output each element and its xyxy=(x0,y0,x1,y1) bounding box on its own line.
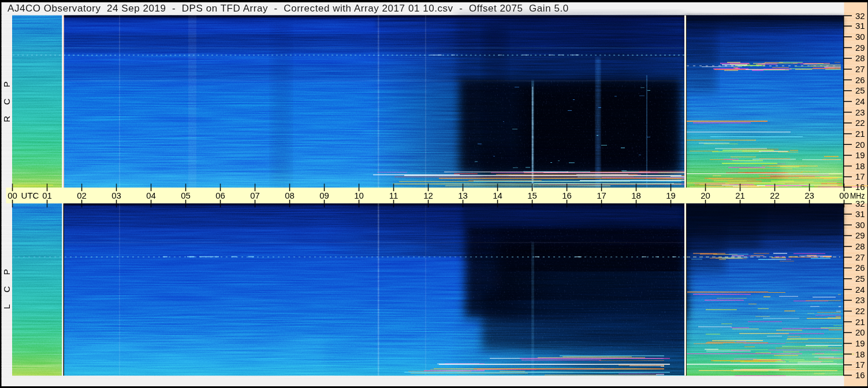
svg-text:L: L xyxy=(2,304,12,309)
svg-text:06: 06 xyxy=(215,191,225,200)
svg-text:09: 09 xyxy=(319,191,329,200)
svg-text:17: 17 xyxy=(597,191,606,200)
svg-text:01: 01 xyxy=(42,191,52,200)
svg-text:24: 24 xyxy=(855,285,865,294)
svg-text:P: P xyxy=(2,269,12,275)
svg-text:02: 02 xyxy=(77,191,87,200)
svg-text:10: 10 xyxy=(354,191,364,200)
svg-text:11: 11 xyxy=(389,191,398,200)
svg-text:23: 23 xyxy=(855,107,865,117)
svg-text:17: 17 xyxy=(855,171,865,181)
svg-text:AJ4CO Observatory 24 Sep 2019: AJ4CO Observatory 24 Sep 2019 - DPS on T… xyxy=(8,3,569,14)
svg-text:22: 22 xyxy=(855,118,865,128)
svg-text:29: 29 xyxy=(855,230,865,240)
svg-text:03: 03 xyxy=(111,191,121,200)
svg-text:25: 25 xyxy=(855,274,865,283)
svg-text:21: 21 xyxy=(855,317,865,327)
svg-text:16: 16 xyxy=(855,370,865,380)
svg-text:23: 23 xyxy=(804,191,814,200)
svg-text:31: 31 xyxy=(855,21,865,31)
svg-text:20: 20 xyxy=(855,327,865,337)
svg-text:13: 13 xyxy=(458,191,468,200)
svg-text:19: 19 xyxy=(855,338,865,348)
svg-text:19: 19 xyxy=(666,191,676,200)
svg-text:32: 32 xyxy=(855,11,865,21)
svg-text:29: 29 xyxy=(855,43,865,53)
svg-text:C: C xyxy=(2,98,12,105)
svg-text:25: 25 xyxy=(855,85,865,95)
svg-text:24: 24 xyxy=(855,96,865,106)
svg-text:07: 07 xyxy=(250,191,260,200)
svg-text:P: P xyxy=(2,81,12,87)
svg-text:28: 28 xyxy=(855,53,865,63)
svg-text:16: 16 xyxy=(855,182,865,192)
svg-text:27: 27 xyxy=(855,64,865,74)
svg-text:30: 30 xyxy=(855,220,865,230)
svg-text:30: 30 xyxy=(855,32,865,42)
svg-text:14: 14 xyxy=(493,191,502,200)
svg-text:22: 22 xyxy=(770,191,780,200)
svg-text:23: 23 xyxy=(855,295,865,305)
svg-text:12: 12 xyxy=(423,191,433,200)
svg-text:18: 18 xyxy=(631,191,641,200)
svg-text:20: 20 xyxy=(701,191,710,200)
svg-text:27: 27 xyxy=(855,252,865,262)
svg-text:04: 04 xyxy=(146,191,156,200)
svg-text:C: C xyxy=(2,286,12,292)
svg-text:08: 08 xyxy=(285,191,295,200)
svg-text:22: 22 xyxy=(855,306,865,316)
svg-text:26: 26 xyxy=(855,75,865,85)
svg-text:32: 32 xyxy=(855,199,865,208)
svg-text:05: 05 xyxy=(181,191,191,200)
svg-text:26: 26 xyxy=(855,263,865,273)
svg-text:15: 15 xyxy=(527,191,537,200)
svg-text:00: 00 xyxy=(839,191,849,200)
svg-text:18: 18 xyxy=(855,349,865,359)
svg-text:17: 17 xyxy=(855,360,865,370)
svg-text:21: 21 xyxy=(855,129,865,139)
svg-text:19: 19 xyxy=(855,150,865,160)
svg-text:UTC: UTC xyxy=(21,191,39,200)
svg-text:18: 18 xyxy=(855,161,865,171)
svg-text:R: R xyxy=(2,115,12,122)
svg-text:20: 20 xyxy=(855,140,865,150)
svg-text:00: 00 xyxy=(8,191,17,200)
svg-text:28: 28 xyxy=(855,241,865,251)
svg-text:21: 21 xyxy=(735,191,745,200)
svg-text:31: 31 xyxy=(855,209,865,219)
svg-text:16: 16 xyxy=(562,191,572,200)
